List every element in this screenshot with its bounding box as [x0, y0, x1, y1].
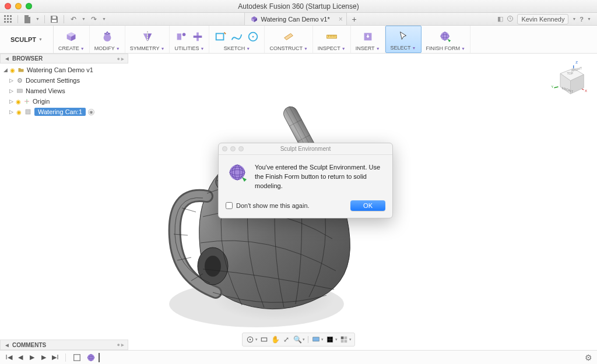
svg-rect-72 [74, 354, 80, 361]
ribbon-group-sketch[interactable]: SKETCH▼ [209, 26, 265, 53]
svg-rect-17 [194, 36, 202, 38]
ribbon-group-modify[interactable]: MODIFY▼ [90, 26, 125, 53]
svg-point-73 [87, 354, 94, 361]
timeline-end-icon[interactable]: ▶I [51, 354, 59, 361]
undo-icon[interactable]: ↶ [69, 15, 78, 24]
window-titlebar: Autodesk Fusion 360 (Startup License) [0, 0, 597, 13]
browser-header[interactable]: ◄ BROWSER ●▸ [0, 54, 128, 63]
utility-convert-icon [191, 30, 204, 43]
svg-point-20 [252, 36, 254, 38]
timeline-playhead[interactable] [99, 353, 100, 362]
redo-icon[interactable]: ↷ [89, 15, 99, 24]
ribbon-group-inspect[interactable]: INSPECT▼ [313, 26, 351, 53]
timeline-next-icon[interactable]: ▶ [40, 354, 48, 361]
ribbon-group-construct[interactable]: CONSTRUCT▼ [265, 26, 312, 53]
grid-settings-icon[interactable] [325, 335, 335, 344]
construct-plane-icon [282, 30, 295, 43]
ribbon-group-utilities[interactable]: UTILITIES▼ [170, 26, 209, 53]
axis-z-label: Z [575, 60, 578, 64]
viewcube[interactable]: Z X Y FRONT RIGHT TOP [548, 58, 589, 99]
timeline-play-icon[interactable]: ▶ [28, 354, 36, 361]
ribbon-group-insert[interactable]: INSERT▼ [351, 26, 385, 53]
grid-icon[interactable] [3, 15, 13, 24]
svg-rect-14 [177, 34, 181, 40]
svg-point-12 [103, 34, 111, 41]
svg-point-43 [205, 256, 221, 277]
svg-rect-18 [216, 34, 224, 40]
edit-form-icon [101, 30, 114, 43]
tree-root[interactable]: ◢◉ Watering Can Demo v1 [0, 65, 128, 75]
user-name[interactable]: Kevin Kennedy [517, 14, 568, 24]
file-icon[interactable] [23, 15, 32, 24]
zoom-icon[interactable]: ⤢ [282, 335, 291, 344]
svg-rect-66 [261, 338, 266, 341]
dialog-titlebar: Sculpt Environment [219, 143, 392, 155]
timeline-prev-icon[interactable]: ◀ [16, 354, 24, 361]
sculpt-environment-dialog: Sculpt Environment You've entered the Sc… [218, 143, 393, 218]
ribbon-toolbar: SCULPT ▼ CREATE▼ MODIFY▼ SYMMETRY▼ UTILI… [0, 26, 597, 54]
timeline-feature-component[interactable] [72, 352, 82, 363]
pan-icon[interactable]: ✋ [271, 335, 280, 344]
close-tab-icon[interactable]: × [339, 15, 343, 23]
sketch-circle-icon [247, 30, 259, 43]
save-icon[interactable] [50, 15, 59, 24]
svg-rect-68 [341, 337, 344, 340]
svg-rect-71 [345, 340, 347, 343]
orbit-icon[interactable] [245, 335, 255, 344]
notifications-icon[interactable] [507, 15, 514, 23]
sculpt-sphere-icon [228, 163, 248, 183]
ribbon-group-select[interactable]: SELECT▼ [385, 26, 422, 53]
timeline-start-icon[interactable]: I◀ [5, 354, 13, 361]
browser-panel: ◄ BROWSER ●▸ ◢◉ Watering Can Demo v1 ▷ ⚙… [0, 54, 128, 118]
box-icon [65, 30, 78, 43]
utility-repair-icon [175, 30, 188, 43]
ribbon-group-create[interactable]: CREATE▼ [54, 26, 90, 53]
svg-point-65 [250, 339, 251, 340]
document-tab-title: Watering Can Demo v1* [261, 16, 330, 23]
svg-rect-3 [4, 18, 6, 20]
svg-rect-9 [52, 16, 56, 19]
inspect-measure-icon [325, 30, 338, 43]
svg-rect-70 [341, 340, 344, 343]
svg-point-57 [26, 101, 27, 102]
dialog-ok-button[interactable]: OK [350, 200, 385, 211]
svg-point-15 [182, 33, 186, 37]
timeline-settings-icon[interactable]: ⚙ [585, 353, 592, 362]
workspace-selector[interactable]: SCULPT ▼ [0, 26, 54, 53]
zoom-window-icon[interactable]: 🔍 [293, 335, 302, 344]
svg-rect-10 [52, 20, 57, 22]
timeline-bar: I◀ ◀ ▶ ▶ ▶I ⚙ [0, 350, 597, 364]
dialog-dont-show-checkbox[interactable]: Don't show me this again. [226, 202, 310, 209]
browser-tree: ◢◉ Watering Can Demo v1 ▷ ⚙ Document Set… [0, 63, 128, 118]
look-at-icon[interactable] [259, 335, 269, 344]
tree-component-selected[interactable]: Watering Can:1 [34, 108, 86, 116]
svg-rect-56 [17, 89, 23, 93]
tree-origin[interactable]: ▷◉ Origin [0, 96, 128, 107]
quick-access-toolbar: ▼ ↶ ▼ ↷ ▼ Watering Can Demo v1* × + ◧ Ke… [0, 13, 597, 26]
svg-rect-6 [4, 21, 6, 23]
tree-document-settings[interactable]: ▷ ⚙ Document Settings [0, 75, 128, 86]
new-tab-button[interactable]: + [349, 14, 360, 24]
tree-component-row[interactable]: ▷◉ Watering Can:1 ◉ [0, 107, 128, 117]
activate-radio-icon[interactable]: ◉ [88, 109, 94, 115]
axis-y-label: Y [551, 84, 553, 89]
comments-panel-header[interactable]: ◄ COMMENTS ●▸ [0, 340, 128, 350]
insert-icon [361, 30, 374, 43]
tree-named-views[interactable]: ▷ Named Views [0, 86, 128, 96]
svg-rect-7 [7, 21, 9, 23]
ribbon-group-finish-form[interactable]: FINISH FORM▼ [422, 26, 470, 53]
ribbon-group-symmetry[interactable]: SYMMETRY▼ [125, 26, 170, 53]
dialog-message: You've entered the Sculpt Environment. U… [255, 163, 383, 191]
svg-rect-69 [345, 337, 347, 340]
document-tab[interactable]: Watering Can Demo v1* × [244, 13, 347, 25]
symmetry-icon [141, 30, 154, 43]
sketch-spline-icon [230, 30, 243, 43]
timeline-feature-sculpt[interactable] [86, 352, 96, 363]
axis-x-label: X [585, 89, 587, 93]
display-style-icon[interactable] [311, 335, 321, 344]
help-icon[interactable]: ? [580, 16, 584, 23]
extensions-icon[interactable]: ◧ [497, 15, 503, 23]
finish-form-icon [439, 30, 452, 43]
viewport-layout-icon[interactable] [339, 335, 349, 344]
svg-rect-1 [7, 15, 9, 17]
